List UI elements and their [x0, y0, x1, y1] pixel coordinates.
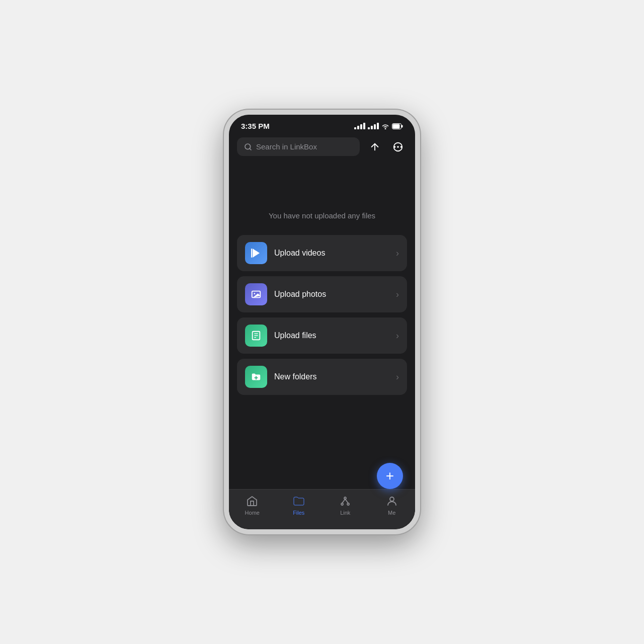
svg-line-23	[342, 499, 345, 503]
empty-state-message: You have not uploaded any files	[269, 211, 375, 220]
chevron-right-icon: ›	[396, 331, 399, 341]
sort-button[interactable]	[366, 138, 384, 156]
status-time: 3:35 PM	[241, 122, 270, 130]
upload-files-item[interactable]: Upload files ›	[237, 317, 407, 354]
chevron-right-icon: ›	[396, 289, 399, 300]
add-fab-button[interactable]: +	[377, 463, 403, 489]
me-icon	[385, 495, 398, 508]
battery-icon	[392, 123, 403, 129]
video-upload-icon	[245, 242, 267, 264]
svg-point-25	[390, 497, 394, 501]
link-icon	[339, 495, 352, 508]
action-list: Upload videos › Upload photos ›	[237, 235, 407, 395]
sort-icon	[369, 141, 380, 152]
signal-bars-1	[354, 123, 365, 129]
new-folders-label: New folders	[274, 372, 389, 381]
new-folders-item[interactable]: New folders ›	[237, 359, 407, 395]
svg-rect-1	[393, 124, 400, 128]
upload-photos-label: Upload photos	[274, 290, 389, 299]
chevron-right-icon: ›	[396, 248, 399, 259]
upload-videos-item[interactable]: Upload videos ›	[237, 235, 407, 271]
status-bar: 3:35 PM	[229, 115, 415, 133]
more-options-icon	[392, 141, 404, 152]
chevron-right-icon: ›	[396, 372, 399, 382]
more-options-button[interactable]	[389, 138, 407, 156]
search-bar[interactable]: Search in LinkBox	[237, 137, 360, 156]
svg-marker-10	[253, 249, 260, 258]
search-icon	[244, 143, 252, 151]
nav-item-link[interactable]: Link	[330, 495, 360, 516]
upload-files-label: Upload files	[274, 331, 389, 340]
app-header: Search in LinkBox	[229, 133, 415, 161]
photo-upload-icon	[245, 283, 267, 305]
signal-bars-2	[368, 123, 379, 129]
plus-icon: +	[386, 469, 394, 483]
status-icons	[354, 123, 403, 129]
svg-point-7	[401, 146, 402, 147]
upload-videos-label: Upload videos	[274, 249, 389, 258]
phone-frame: 3:35 PM	[224, 110, 420, 534]
nav-item-home[interactable]: Home	[237, 495, 267, 516]
svg-point-13	[254, 293, 255, 294]
svg-line-24	[345, 499, 348, 503]
new-folder-icon	[245, 366, 267, 388]
wifi-icon	[381, 123, 389, 129]
search-placeholder: Search in LinkBox	[256, 142, 317, 151]
nav-label-link: Link	[340, 510, 350, 516]
home-icon	[246, 495, 259, 508]
nav-item-me[interactable]: Me	[377, 495, 407, 516]
files-icon	[292, 495, 305, 508]
nav-item-files[interactable]: Files	[284, 495, 314, 516]
bottom-navigation: Home Files	[229, 489, 415, 529]
phone-screen: 3:35 PM	[229, 115, 415, 529]
upload-photos-item[interactable]: Upload photos ›	[237, 276, 407, 312]
file-upload-icon	[245, 325, 267, 347]
svg-rect-11	[251, 249, 252, 258]
nav-label-home: Home	[245, 510, 260, 516]
main-content: You have not uploaded any files Upload v…	[229, 161, 415, 489]
nav-label-files: Files	[293, 510, 304, 516]
svg-point-6	[397, 146, 398, 147]
header-actions	[366, 138, 407, 156]
svg-point-8	[394, 146, 395, 147]
nav-label-me: Me	[388, 510, 395, 516]
svg-line-4	[250, 148, 251, 150]
svg-rect-2	[401, 125, 403, 127]
